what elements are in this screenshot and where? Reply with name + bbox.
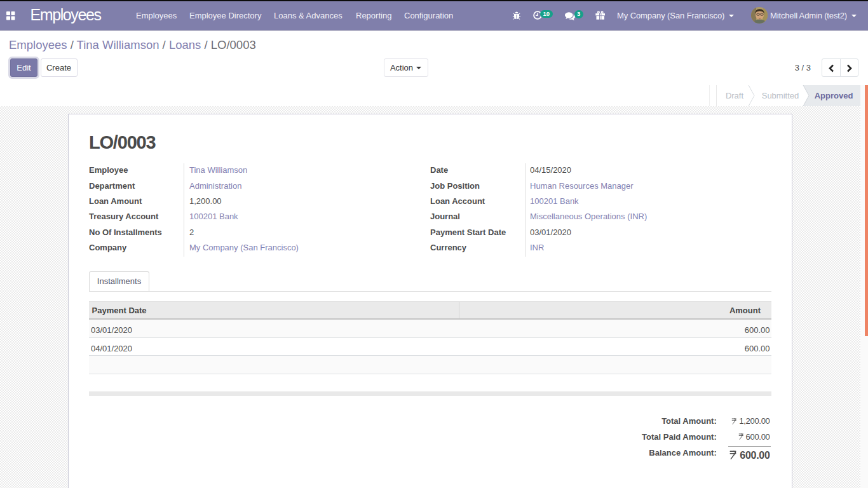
svg-text:Approved: Approved <box>815 91 853 100</box>
svg-text:Submitted: Submitted <box>762 91 799 100</box>
svg-text:Draft: Draft <box>726 91 744 100</box>
